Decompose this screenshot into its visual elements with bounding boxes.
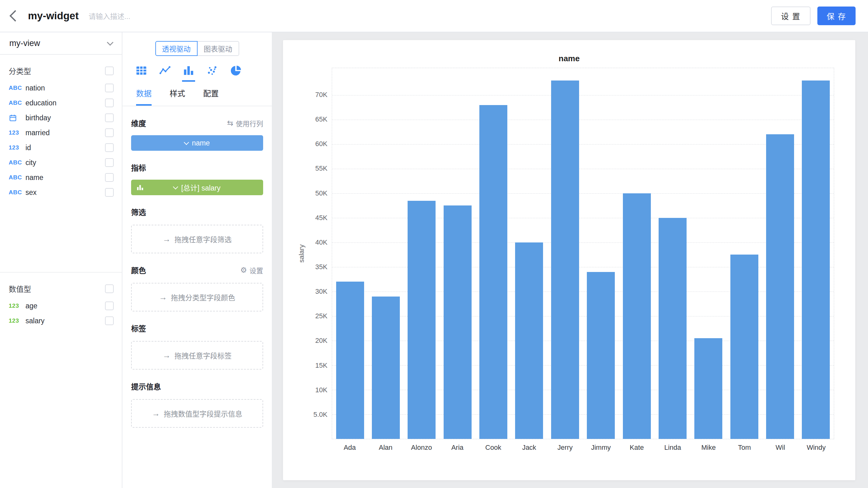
color-label: 颜色 <box>131 265 146 275</box>
section-checkbox[interactable] <box>105 284 114 293</box>
bar-alonzo[interactable] <box>408 201 436 439</box>
field-item[interactable]: 123id <box>0 140 122 155</box>
field-label: city <box>26 158 105 167</box>
tab-chart-drive[interactable]: 图表驱动 <box>197 41 239 56</box>
bar-jimmy[interactable] <box>587 272 615 439</box>
pie-chart-icon[interactable] <box>229 64 242 82</box>
field-item[interactable]: ABCcity <box>0 155 122 170</box>
field-checkbox[interactable] <box>105 98 114 107</box>
bar-ada[interactable] <box>336 282 364 439</box>
bar-kate[interactable] <box>623 193 651 439</box>
field-checkbox[interactable] <box>105 84 114 92</box>
measure-pill[interactable]: [总计] salary <box>131 180 263 195</box>
color-dropzone[interactable]: → 拖拽分类型字段颜色 <box>131 283 263 311</box>
tooltip-dropzone[interactable]: → 拖拽数值型字段提示信息 <box>131 399 263 428</box>
x-tick-label: Jimmy <box>591 444 611 452</box>
swap-icon: ⇆ <box>227 119 233 127</box>
color-row: 颜色 ⚙ 设置 <box>131 265 263 275</box>
y-axis: 5.0K10K15K20K25K30K35K40K45K50K55K60K65K… <box>283 68 328 439</box>
measure-pill-label: [总计] salary <box>181 182 221 193</box>
field-checkbox[interactable] <box>105 158 114 167</box>
field-item[interactable]: 123salary <box>0 313 122 328</box>
line-chart-icon[interactable] <box>158 64 172 82</box>
y-tick-label: 60K <box>315 140 328 148</box>
scatter-chart-icon[interactable] <box>206 64 219 82</box>
filter-dropzone[interactable]: → 拖拽任意字段筛选 <box>131 225 263 253</box>
bar-linda[interactable] <box>659 218 687 439</box>
chevron-down-icon <box>184 140 189 145</box>
field-checkbox[interactable] <box>105 173 114 182</box>
field-item[interactable]: birthday <box>0 110 122 125</box>
field-checkbox[interactable] <box>105 188 114 197</box>
section-checkbox[interactable] <box>105 66 114 75</box>
field-checkbox[interactable] <box>105 128 114 137</box>
dimension-row: 维度 ⇆ 使用行列 <box>131 118 263 128</box>
y-tick-label: 35K <box>315 263 328 271</box>
header: my-widget 请输入描述... 设 置 保 存 <box>0 0 868 32</box>
bar-alan[interactable] <box>372 297 400 439</box>
tab-config[interactable]: 配置 <box>203 87 219 106</box>
gridline <box>332 169 834 169</box>
field-item[interactable]: 123age <box>0 298 122 313</box>
field-checkbox[interactable] <box>105 114 114 122</box>
field-checkbox[interactable] <box>105 302 114 310</box>
field-checkbox[interactable] <box>105 143 114 152</box>
bar-wil[interactable] <box>766 134 794 439</box>
gridline <box>332 316 834 316</box>
bar-jack[interactable] <box>515 242 543 439</box>
bar-chart-icon[interactable] <box>182 64 195 82</box>
x-tick-label: Ada <box>344 444 356 452</box>
bar-mike[interactable] <box>694 338 722 439</box>
view-selector[interactable]: my-view <box>0 32 122 55</box>
field-item[interactable]: ABCname <box>0 170 122 185</box>
chart-canvas: name salary 5.0K10K15K20K25K30K35K40K45K… <box>273 32 868 488</box>
label-row: 标签 <box>131 323 263 334</box>
drive-mode-switch: 透视驱动 图表驱动 <box>122 41 272 56</box>
drag-arrow-icon: → <box>163 234 171 244</box>
x-tick-label: Jerry <box>557 444 572 452</box>
field-item[interactable]: ABCsex <box>0 185 122 200</box>
tab-data[interactable]: 数据 <box>136 87 152 106</box>
text-type-icon: ABC <box>9 189 26 196</box>
filter-label: 筛选 <box>131 206 146 217</box>
field-item[interactable]: ABCeducation <box>0 95 122 110</box>
tab-style[interactable]: 样式 <box>169 87 185 106</box>
number-type-icon: 123 <box>9 317 26 324</box>
gridline <box>332 120 834 120</box>
y-tick-label: 15K <box>315 362 328 370</box>
numeric-fields-section: 数值型 123age123salary <box>0 272 122 328</box>
bar-tom[interactable] <box>731 254 758 439</box>
bar-cook[interactable] <box>479 105 507 439</box>
field-label: married <box>26 129 105 137</box>
field-item[interactable]: 123married <box>0 125 122 140</box>
tab-pivot-drive[interactable]: 透视驱动 <box>155 41 197 56</box>
y-tick-label: 30K <box>315 287 328 296</box>
gridline <box>332 242 834 243</box>
label-dropzone[interactable]: → 拖拽任意字段标签 <box>131 341 263 370</box>
field-label: education <box>26 99 105 107</box>
bar-jerry[interactable] <box>551 81 579 439</box>
gridline <box>332 193 834 194</box>
settings-button[interactable]: 设 置 <box>771 6 810 25</box>
back-button[interactable] <box>11 12 19 20</box>
y-tick-label: 25K <box>315 312 328 320</box>
bar-aria[interactable] <box>444 206 472 439</box>
field-list: ABCnationABCeducationbirthday123married1… <box>0 81 122 200</box>
save-button[interactable]: 保 存 <box>817 6 856 25</box>
text-type-icon: ABC <box>9 159 26 166</box>
x-tick-label: Linda <box>664 444 681 452</box>
drag-arrow-icon: → <box>159 293 167 302</box>
chevron-down-icon <box>107 39 114 45</box>
bar-windy[interactable] <box>802 81 830 439</box>
x-tick-label: Windy <box>807 444 826 452</box>
use-rows-cols-link[interactable]: ⇆ 使用行列 <box>227 118 263 128</box>
x-tick-label: Cook <box>485 444 501 452</box>
panel-tabs: 数据 样式 配置 <box>122 82 272 106</box>
field-checkbox[interactable] <box>105 316 114 325</box>
description-input[interactable]: 请输入描述... <box>89 10 130 21</box>
field-item[interactable]: ABCnation <box>0 81 122 95</box>
table-chart-icon[interactable] <box>135 64 148 82</box>
dimension-pill[interactable]: name <box>131 135 263 151</box>
color-settings-link[interactable]: ⚙ 设置 <box>240 265 263 275</box>
chevron-left-icon <box>10 10 21 22</box>
